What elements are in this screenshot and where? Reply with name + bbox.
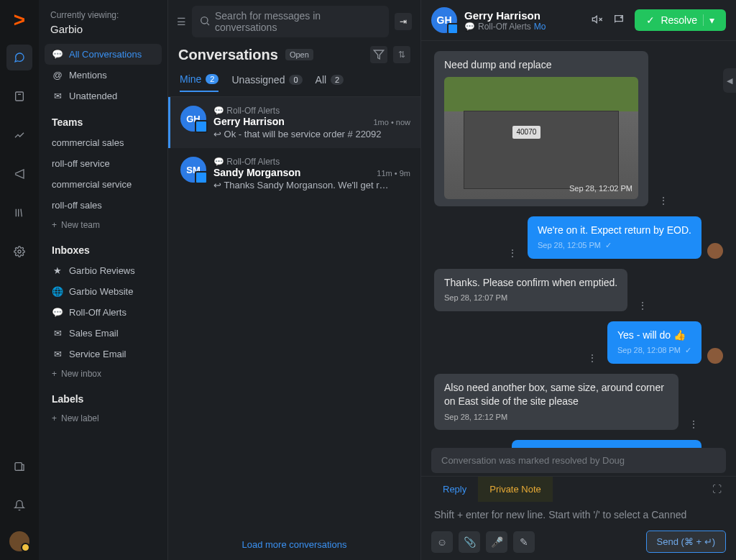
search-placeholder: Search for messages in conversations <box>215 10 382 33</box>
svg-point-7 <box>201 17 208 23</box>
labels-section-title: Labels <box>45 383 162 409</box>
message-menu-icon[interactable]: ⋮ <box>684 418 703 430</box>
nav-rail: > <box>0 0 39 560</box>
search-input[interactable]: Search for messages in conversations <box>192 6 389 37</box>
new-team-button[interactable]: +New team <box>45 216 162 234</box>
new-label-button[interactable]: +New label <box>45 409 162 428</box>
attach-icon[interactable]: 📎 <box>459 531 480 553</box>
message-menu-icon[interactable]: ⋮ <box>633 300 652 311</box>
conversation-tabs: Mine2Unassigned0All2 <box>168 69 420 97</box>
message-text: Thanks. Please confirm when emptied. <box>444 276 617 290</box>
tab-unassigned[interactable]: Unassigned0 <box>231 73 302 92</box>
conversation-avatar: GH <box>180 106 206 132</box>
expand-icon[interactable]: ⛶ <box>708 477 726 502</box>
status-badge[interactable]: Open <box>285 49 313 60</box>
send-transcript-icon[interactable] <box>613 14 625 27</box>
rich-editor-icon[interactable]: ✎ <box>513 531 535 553</box>
sidebar-item-unattended[interactable]: ✉Unattended <box>45 86 162 106</box>
conversation-time: 11m • 9m <box>377 169 410 178</box>
message-menu-icon[interactable]: ⋮ <box>654 195 673 206</box>
rail-settings-icon[interactable] <box>6 239 32 265</box>
compose-input[interactable]: Shift + enter for new line. Start with '… <box>431 502 726 531</box>
inbox-item[interactable]: 🌐Garbio Website <box>45 281 162 302</box>
emoji-icon[interactable]: ☺ <box>431 531 453 553</box>
inbox-label: Roll-Off Alerts <box>69 307 126 318</box>
mute-icon[interactable] <box>592 14 603 27</box>
inbox-item[interactable]: ✉Service Email <box>45 344 162 364</box>
user-avatar[interactable] <box>9 531 29 551</box>
conversation-item[interactable]: GH 💬 Roll-Off Alerts Gerry Harrison1mo •… <box>168 97 420 148</box>
messages-list: Need dump and replace40070Sep 28, 12:02 … <box>421 41 736 448</box>
incoming-bubble: Need dump and replace40070Sep 28, 12:02 … <box>434 51 648 206</box>
chat-header: GH Gerry Harrison 💬 Roll-Off Alerts Mo ✓… <box>421 0 736 41</box>
inbox-item[interactable]: 💬Roll-Off Alerts <box>45 302 162 323</box>
rail-campaigns-icon[interactable] <box>6 161 32 187</box>
menu-icon[interactable]: ☰ <box>177 16 186 27</box>
message-text: Need dump and replace <box>444 58 638 73</box>
private-note-tab[interactable]: Private Note <box>478 477 553 502</box>
audio-icon[interactable]: 🎤 <box>486 531 507 553</box>
conversation-channel: 💬 Roll-Off Alerts <box>213 106 410 116</box>
rail-conversations-icon[interactable] <box>6 45 32 70</box>
rail-reports-icon[interactable] <box>6 122 32 148</box>
team-label: roll-off service <box>52 158 110 169</box>
agent-avatar[interactable] <box>707 243 723 259</box>
incoming-bubble: Also need another box, same size, around… <box>434 374 678 431</box>
message-text: Yes - will do 👍 <box>617 329 691 343</box>
team-label: commercial sales <box>52 137 124 148</box>
message-timestamp: Sep 28, 12:08 PM ✓ <box>617 345 691 356</box>
collapse-icon[interactable]: ⇥ <box>395 13 412 30</box>
team-item[interactable]: commercial sales <box>45 132 162 153</box>
sort-icon[interactable]: ⇅ <box>393 46 410 63</box>
inboxes-section-title: Inboxes <box>45 234 162 260</box>
rail-contacts-icon[interactable] <box>6 83 32 109</box>
tab-count: 2 <box>206 74 218 84</box>
contact-avatar[interactable]: GH <box>431 7 457 33</box>
filter-icon[interactable] <box>370 46 387 63</box>
agent-avatar[interactable] <box>707 348 723 364</box>
sidebar-item-icon: ✉ <box>52 91 63 101</box>
inbox-icon: ✉ <box>52 349 63 359</box>
conversation-preview: ↩ Ok - that will be service order # 2209… <box>213 129 410 139</box>
resolved-notice: Conversation was marked resolved by Doug <box>431 448 726 473</box>
tab-all[interactable]: All2 <box>316 73 344 92</box>
inbox-item[interactable]: ★Garbio Reviews <box>45 260 162 281</box>
tab-count: 2 <box>331 75 344 85</box>
team-item[interactable]: roll-off service <box>45 153 162 174</box>
new-inbox-button[interactable]: +New inbox <box>45 364 162 383</box>
message-attachment[interactable]: 40070Sep 28, 12:02 PM <box>444 77 638 199</box>
message-row: ⋮Ok - that will be service order # 22092… <box>434 440 723 448</box>
chevron-down-icon[interactable]: ▾ <box>703 14 714 26</box>
rail-docs-icon[interactable] <box>6 454 32 479</box>
message-menu-icon[interactable]: ⋮ <box>503 247 522 259</box>
message-row: Need dump and replace40070Sep 28, 12:02 … <box>434 51 723 206</box>
load-more-button[interactable]: Load more conversations <box>168 529 420 560</box>
team-item[interactable]: roll-off sales <box>45 195 162 216</box>
message-timestamp: Sep 28, 12:12 PM <box>444 412 668 423</box>
inbox-item[interactable]: ✉Sales Email <box>45 323 162 344</box>
sidebar-item-label: Unattended <box>69 91 117 101</box>
inbox-label: Service Email <box>69 349 126 359</box>
reply-tab[interactable]: Reply <box>431 477 478 502</box>
more-link[interactable]: Mo <box>534 22 546 32</box>
tab-mine[interactable]: Mine2 <box>180 73 218 92</box>
inbox-icon: ★ <box>52 265 63 276</box>
check-icon: ✓ <box>646 14 655 26</box>
inbox-label: Garbio Reviews <box>69 265 135 276</box>
send-button[interactable]: Send (⌘ + ↵) <box>646 531 726 553</box>
rail-library-icon[interactable] <box>6 200 32 226</box>
app-logo: > <box>14 9 25 32</box>
rail-notifications-icon[interactable] <box>6 492 32 518</box>
sidebar-item-all-conversations[interactable]: 💬All Conversations <box>45 44 162 65</box>
message-menu-icon[interactable]: ⋮ <box>583 352 602 364</box>
sidebar-item-icon: @ <box>52 70 63 81</box>
resolve-button[interactable]: ✓ Resolve ▾ <box>635 9 726 31</box>
sidebar-item-mentions[interactable]: @Mentions <box>45 65 162 86</box>
team-item[interactable]: commercial service <box>45 174 162 195</box>
contact-name[interactable]: Gerry Harrison <box>464 9 546 22</box>
expand-sidepanel-icon[interactable]: ◀ <box>723 68 736 93</box>
message-timestamp: Sep 28, 12:07 PM <box>444 293 617 303</box>
workspace-label: Currently viewing: <box>45 7 162 23</box>
conversation-item[interactable]: SM 💬 Roll-Off Alerts Sandy Morganson11m … <box>168 148 420 199</box>
workspace-name[interactable]: Garbio <box>45 23 162 44</box>
